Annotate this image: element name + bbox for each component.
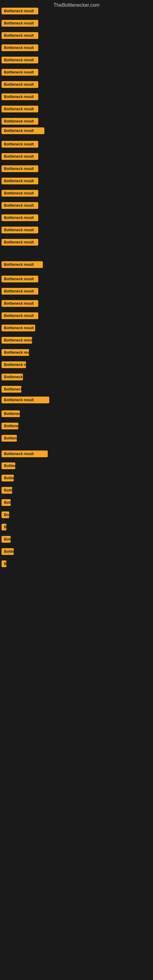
bottleneck-item: Bottleneck result <box>2 288 38 296</box>
bottleneck-item: Bottleneck result <box>2 153 38 161</box>
bottleneck-item: Bottleneck result <box>2 463 15 470</box>
bottleneck-item: Bottleneck result <box>2 396 49 404</box>
bottleneck-badge[interactable]: Bottleneck result <box>2 361 26 368</box>
bottleneck-badge[interactable]: Bottleneck result <box>2 20 38 27</box>
bottleneck-item: Bottleneck result <box>2 94 38 101</box>
bottleneck-item: B <box>2 560 6 568</box>
bottleneck-item: Bottleneck result <box>2 349 29 357</box>
bottleneck-badge[interactable]: Bottleneck result <box>2 8 38 14</box>
bottleneck-badge[interactable]: Bottleneck result <box>2 410 20 417</box>
bottleneck-item: Bottleneck result <box>2 127 45 135</box>
bottleneck-item: Bottleneck result <box>2 69 38 77</box>
bottleneck-badge[interactable]: Bottleneck result <box>2 57 38 64</box>
bottleneck-badge[interactable]: Bottleneck result <box>2 487 12 494</box>
bottleneck-badge[interactable]: Bottleneck result <box>2 386 21 393</box>
bottleneck-badge[interactable]: Bottleneck result <box>2 499 11 506</box>
bottleneck-badge[interactable]: Bottleneck result <box>2 153 38 160</box>
bottleneck-badge[interactable]: Bottleneck result <box>2 45 38 51</box>
bottleneck-badge[interactable]: Bottleneck result <box>2 475 14 481</box>
bottleneck-badge[interactable]: Bottleneck result <box>2 32 38 39</box>
bottleneck-badge[interactable]: Bottleneck result <box>2 511 9 518</box>
bottleneck-item: Bottleneck result <box>2 487 12 495</box>
bottleneck-badge[interactable]: Bottleneck result <box>2 215 38 221</box>
bottleneck-badge[interactable]: Bottleneck result <box>2 81 38 88</box>
bottleneck-item: Bottleneck result <box>2 536 11 544</box>
bottleneck-badge[interactable]: Bottleneck result <box>2 202 38 209</box>
bottleneck-item: Bottleneck result <box>2 190 38 198</box>
bottleneck-item: Bottleneck result <box>2 374 23 382</box>
bottleneck-item: Bottleneck result <box>2 261 43 269</box>
bottleneck-item: Bottleneck result <box>2 118 38 126</box>
bottleneck-item: Bottleneck result <box>2 450 48 458</box>
bottleneck-badge[interactable]: Bottleneck result <box>2 275 38 282</box>
bottleneck-badge[interactable]: Bottleneck result <box>2 69 38 76</box>
bottleneck-item: Bottleneck result <box>2 106 38 114</box>
bottleneck-item: Bottleneck result <box>2 239 38 247</box>
bottleneck-badge[interactable]: Bottleneck result <box>2 325 35 331</box>
bottleneck-badge[interactable]: Bottleneck result <box>2 337 32 344</box>
bottleneck-item: Bottleneck result <box>2 312 38 320</box>
bottleneck-badge[interactable]: Bottleneck result <box>2 312 38 319</box>
bottleneck-item: Bottleneck result <box>2 386 21 394</box>
bottleneck-item: Bottleneck result <box>2 8 38 16</box>
bottleneck-badge[interactable]: Bottleneck result <box>2 300 38 307</box>
page-wrapper: TheBottlenecker.com Bottleneck resultBot… <box>0 0 153 980</box>
bottleneck-item: Bottleneck result <box>2 178 38 186</box>
bottleneck-badge[interactable]: Bottleneck result <box>2 450 48 457</box>
bottleneck-item: Bottleneck result <box>2 81 38 89</box>
bottleneck-badge[interactable]: Bottleneck result <box>2 435 17 442</box>
bottleneck-item: Bottleneck result <box>2 165 38 173</box>
bottleneck-item: Bottle <box>2 548 14 556</box>
bottleneck-item: Bottleneck result <box>2 325 35 332</box>
bottleneck-item: Bottleneck result <box>2 202 38 210</box>
bottleneck-item: Bottleneck result <box>2 475 14 483</box>
bottleneck-item: Bottleneck result <box>2 337 32 345</box>
bottleneck-item: Bottleneck result <box>2 423 18 431</box>
bottleneck-item: Bottleneck result <box>2 227 38 235</box>
bottleneck-badge[interactable]: B <box>2 560 6 567</box>
bottleneck-item: Bottleneck result <box>2 141 38 149</box>
bottleneck-badge[interactable]: Bottleneck result <box>2 239 38 246</box>
bottleneck-item: B <box>2 524 6 531</box>
bottleneck-badge[interactable]: Bottleneck result <box>2 118 38 125</box>
bottleneck-item: Bottleneck result <box>2 300 38 308</box>
bottleneck-badge[interactable]: Bottleneck result <box>2 106 38 112</box>
bottleneck-badge[interactable]: Bottleneck result <box>2 463 15 469</box>
bottleneck-badge[interactable]: Bottleneck result <box>2 423 18 430</box>
bottleneck-item: Bottleneck result <box>2 511 9 519</box>
bottleneck-item: Bottleneck result <box>2 215 38 222</box>
bottleneck-badge[interactable]: Bottleneck result <box>2 396 49 403</box>
bottleneck-item: Bottleneck result <box>2 20 38 28</box>
bottleneck-item: Bottleneck result <box>2 435 17 443</box>
bottleneck-badge[interactable]: Bottleneck result <box>2 288 38 294</box>
bottleneck-badge[interactable]: Bottleneck result <box>2 536 11 542</box>
bottleneck-item: Bottleneck result <box>2 57 38 65</box>
bottleneck-item: Bottleneck result <box>2 32 38 40</box>
bottleneck-badge[interactable]: Bottleneck result <box>2 190 38 197</box>
bottleneck-badge[interactable]: B <box>2 524 6 530</box>
bottleneck-item: Bottleneck result <box>2 275 38 283</box>
bottleneck-badge[interactable]: Bottleneck result <box>2 349 29 356</box>
bottleneck-badge[interactable]: Bottleneck result <box>2 261 43 268</box>
bottleneck-badge[interactable]: Bottle <box>2 548 14 555</box>
bottleneck-badge[interactable]: Bottleneck result <box>2 178 38 185</box>
bottleneck-badge[interactable]: Bottleneck result <box>2 127 45 134</box>
bottleneck-badge[interactable]: Bottleneck result <box>2 141 38 148</box>
bottleneck-item: Bottleneck result <box>2 499 11 507</box>
bottleneck-item: Bottleneck result <box>2 45 38 52</box>
bottleneck-badge[interactable]: Bottleneck result <box>2 227 38 233</box>
bottleneck-item: Bottleneck result <box>2 410 20 418</box>
bottleneck-badge[interactable]: Bottleneck result <box>2 374 23 380</box>
bottleneck-badge[interactable]: Bottleneck result <box>2 94 38 100</box>
bottleneck-item: Bottleneck result <box>2 361 26 369</box>
bottleneck-badge[interactable]: Bottleneck result <box>2 165 38 172</box>
